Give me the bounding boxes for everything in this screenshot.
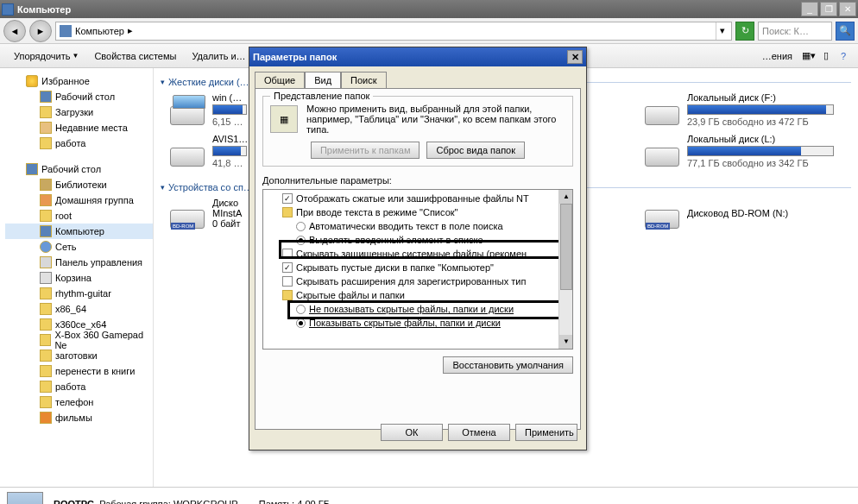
- nav-root[interactable]: root: [5, 208, 153, 224]
- address-arrow: ▸: [128, 25, 133, 36]
- tab-search[interactable]: Поиск: [341, 72, 386, 88]
- adv-auto-type[interactable]: Автоматически вводить текст в поле поиск…: [265, 219, 571, 233]
- folder-icon: [282, 207, 293, 217]
- desktop-icon: [40, 91, 52, 103]
- nav-films[interactable]: фильмы: [5, 410, 153, 425]
- drive-bdrom-m[interactable]: Диско MInstA 0 байт: [167, 196, 254, 230]
- refresh-button[interactable]: ↻: [735, 22, 754, 41]
- system-properties-button[interactable]: Свойства системы: [87, 47, 183, 65]
- map-drive-button[interactable]: …ения: [755, 47, 799, 65]
- folder-icon: [40, 287, 52, 299]
- checkbox-icon: ✓: [282, 193, 293, 204]
- adv-show-hidden[interactable]: Показывать скрытые файлы, папки и диски: [265, 316, 571, 330]
- adv-hide-protected[interactable]: Скрывать защищенные системные файлы (рек…: [265, 247, 571, 261]
- cancel-button[interactable]: Отмена: [448, 424, 510, 441]
- search-button[interactable]: 🔍: [836, 22, 855, 41]
- dialog-titlebar[interactable]: Параметры папок ✕: [249, 47, 586, 66]
- adv-hide-extensions[interactable]: Скрывать расширения для зарегистрированн…: [265, 274, 571, 288]
- folder-icon: [40, 106, 52, 118]
- advanced-settings-list[interactable]: ✓Отображать сжатые или зашифрованные фай…: [262, 189, 573, 350]
- address-text: Компьютер: [75, 26, 124, 36]
- folder-view-icon: ▦: [270, 105, 298, 133]
- nav-libraries[interactable]: Библиотеки: [5, 177, 153, 192]
- folder-options-dialog: Параметры папок ✕ Общие Вид Поиск Предст…: [249, 47, 587, 450]
- nav-homegroup[interactable]: Домашняя группа: [5, 192, 153, 208]
- dialog-close-button[interactable]: ✕: [567, 50, 583, 64]
- folder-icon: [40, 396, 52, 408]
- drive-bdrom-n[interactable]: Дисковод BD-ROM (N:): [642, 196, 841, 230]
- tab-view[interactable]: Вид: [305, 72, 341, 88]
- nav-phone[interactable]: телефон: [5, 394, 153, 410]
- address-dropdown[interactable]: ▾: [716, 22, 728, 40]
- forward-button[interactable]: ►: [29, 20, 52, 42]
- uninstall-button[interactable]: Удалить и…: [185, 47, 252, 65]
- apply-to-folders-button[interactable]: Применить к папкам: [311, 142, 420, 159]
- nav-downloads[interactable]: Загрузки: [5, 104, 153, 120]
- tab-general[interactable]: Общие: [255, 72, 305, 88]
- recent-icon: [40, 122, 52, 134]
- adv-dont-show-hidden[interactable]: Не показывать скрытые файлы, папки и дис…: [265, 302, 571, 316]
- folder-icon: [282, 290, 293, 300]
- status-text: ROOTPC Рабочая группа: WORKGROUP Память:…: [54, 499, 330, 505]
- nav-recent[interactable]: Недавние места: [5, 120, 153, 135]
- drive-avis[interactable]: AVIS1… 41,8 …: [167, 132, 254, 170]
- adv-show-compressed[interactable]: ✓Отображать сжатые или зашифрованные фай…: [265, 192, 571, 205]
- drive-l[interactable]: Локальный диск (L:) 77,1 ГБ свободно из …: [642, 132, 841, 170]
- list-scrollbar[interactable]: [558, 190, 572, 349]
- back-button[interactable]: ◄: [3, 20, 26, 42]
- search-input[interactable]: Поиск: К…: [758, 22, 832, 41]
- nav-desktop[interactable]: Рабочий стол: [5, 89, 153, 104]
- nav-network[interactable]: Сеть: [5, 239, 153, 255]
- checkbox-icon: [282, 249, 293, 259]
- drive-icon: [169, 94, 205, 125]
- adv-hide-empty[interactable]: ✓Скрывать пустые диски в папке "Компьюте…: [265, 261, 571, 274]
- folder-views-groupbox: Представление папок ▦ Можно применить ви…: [262, 96, 573, 167]
- nav-books[interactable]: перенести в книги: [5, 363, 153, 379]
- drive-f[interactable]: Локальный диск (F:) 23,9 ГБ свободно из …: [642, 91, 841, 129]
- organize-menu[interactable]: Упорядочить▼: [7, 47, 85, 65]
- drive-win[interactable]: win (… 6,15 …: [167, 91, 254, 129]
- nav-work[interactable]: работа: [5, 135, 153, 151]
- drive-name: Диско: [212, 198, 252, 208]
- folder-icon: [40, 412, 52, 424]
- help-icon[interactable]: ?: [836, 48, 851, 64]
- close-button[interactable]: ✕: [839, 2, 856, 16]
- minimize-button[interactable]: _: [801, 2, 818, 16]
- apply-button[interactable]: Применить: [515, 424, 577, 441]
- checkbox-icon: [282, 276, 293, 287]
- ok-button[interactable]: ОК: [381, 424, 443, 441]
- folder-icon: [40, 365, 52, 377]
- nav-work2[interactable]: работа: [5, 379, 153, 394]
- folder-icon: [40, 210, 52, 222]
- view-menu-icon[interactable]: ▦▾: [801, 48, 817, 64]
- drive-name: win (…: [212, 92, 252, 103]
- nav-x86-64[interactable]: x86_64: [5, 301, 153, 317]
- nav-xbox[interactable]: X-Box 360 Gamepad Ne: [5, 332, 153, 348]
- drive-icon: [644, 94, 680, 125]
- desktop-group[interactable]: Рабочий стол: [5, 161, 153, 177]
- maximize-button[interactable]: ❐: [820, 2, 837, 16]
- restore-defaults-button[interactable]: Восстановить умолчания: [443, 356, 573, 374]
- adv-select-typed[interactable]: Выделять введенный элемент в списке: [265, 233, 571, 247]
- preview-pane-icon[interactable]: ▯: [818, 48, 834, 64]
- nav-rhythm[interactable]: rhythm-guitar: [5, 286, 153, 301]
- recycle-icon: [40, 272, 52, 284]
- radio-icon: [296, 236, 306, 245]
- nav-computer[interactable]: Компьютер: [5, 224, 153, 239]
- nav-control-panel[interactable]: Панель управления: [5, 255, 153, 270]
- computer-icon: [40, 225, 52, 237]
- favorites-group[interactable]: Избранное: [5, 73, 153, 89]
- reset-folders-button[interactable]: Сброс вида папок: [426, 142, 525, 159]
- drive-name: AVIS1…: [212, 134, 252, 144]
- network-icon: [40, 241, 52, 253]
- drive-free: 77,1 ГБ свободно из 342 ГБ: [687, 158, 839, 168]
- computer-icon: [60, 25, 72, 37]
- title-bar: Компьютер _ ❐ ✕: [0, 0, 858, 18]
- drive-detail: MInstA: [212, 208, 252, 218]
- radio-icon: [296, 305, 306, 314]
- folder-icon: [40, 350, 52, 362]
- status-bar: ROOTPC Рабочая группа: WORKGROUP Память:…: [0, 487, 858, 504]
- address-bar[interactable]: Компьютер ▸ ▾: [55, 22, 732, 41]
- nav-recycle[interactable]: Корзина: [5, 270, 153, 286]
- groupbox-label: Представление папок: [270, 91, 373, 101]
